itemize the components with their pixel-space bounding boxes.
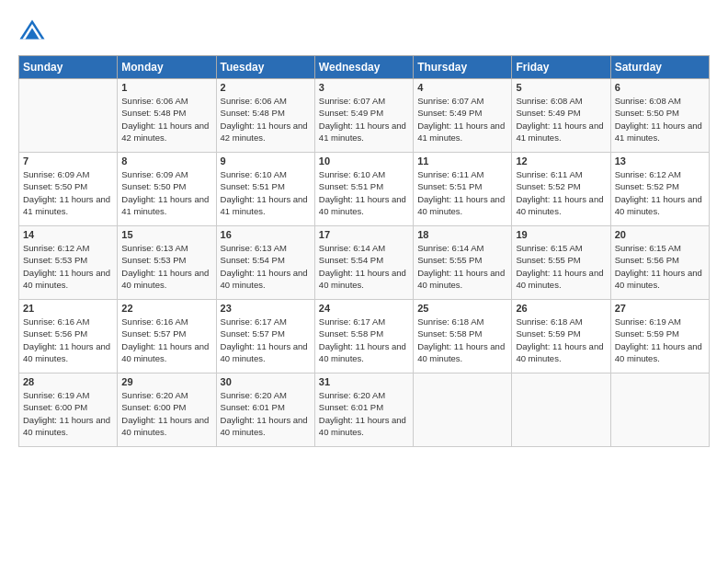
week-row: 21 Sunrise: 6:16 AMSunset: 5:56 PMDaylig… xyxy=(19,300,710,373)
day-info: Sunrise: 6:09 AMSunset: 5:50 PMDaylight:… xyxy=(23,168,113,217)
day-number: 24 xyxy=(319,303,409,314)
header-row: SundayMondayTuesdayWednesdayThursdayFrid… xyxy=(19,56,710,79)
day-info: Sunrise: 6:20 AMSunset: 6:00 PMDaylight:… xyxy=(121,389,211,438)
day-info: Sunrise: 6:17 AMSunset: 5:58 PMDaylight:… xyxy=(319,316,409,364)
day-info: Sunrise: 6:15 AMSunset: 5:55 PMDaylight:… xyxy=(516,242,606,291)
day-number: 1 xyxy=(121,82,211,93)
week-row: 1 Sunrise: 6:06 AMSunset: 5:48 PMDayligh… xyxy=(19,79,710,153)
day-cell: 18 Sunrise: 6:14 AMSunset: 5:55 PMDaylig… xyxy=(414,226,512,300)
week-row: 14 Sunrise: 6:12 AMSunset: 5:53 PMDaylig… xyxy=(19,226,710,300)
day-number: 12 xyxy=(516,155,606,167)
day-info: Sunrise: 6:06 AMSunset: 5:48 PMDaylight:… xyxy=(221,95,311,144)
day-number: 19 xyxy=(516,229,606,240)
day-number: 2 xyxy=(221,82,311,93)
day-cell: 29 Sunrise: 6:20 AMSunset: 6:00 PMDaylig… xyxy=(118,373,216,447)
day-info: Sunrise: 6:19 AMSunset: 5:59 PMDaylight:… xyxy=(615,316,705,364)
weekday-header: Thursday xyxy=(414,56,512,79)
day-cell: 17 Sunrise: 6:14 AMSunset: 5:54 PMDaylig… xyxy=(314,226,413,300)
day-cell: 19 Sunrise: 6:15 AMSunset: 5:55 PMDaylig… xyxy=(512,226,610,300)
day-number: 23 xyxy=(221,303,311,314)
day-cell: 30 Sunrise: 6:20 AMSunset: 6:01 PMDaylig… xyxy=(216,373,314,447)
day-info: Sunrise: 6:10 AMSunset: 5:51 PMDaylight:… xyxy=(221,168,311,217)
day-number: 10 xyxy=(319,155,409,167)
day-cell: 24 Sunrise: 6:17 AMSunset: 5:58 PMDaylig… xyxy=(314,300,413,373)
day-number: 9 xyxy=(221,155,311,167)
day-info: Sunrise: 6:08 AMSunset: 5:49 PMDaylight:… xyxy=(516,95,606,144)
day-cell: 20 Sunrise: 6:15 AMSunset: 5:56 PMDaylig… xyxy=(610,226,709,300)
day-number: 8 xyxy=(121,155,211,167)
day-info: Sunrise: 6:12 AMSunset: 5:53 PMDaylight:… xyxy=(23,242,113,291)
calendar-page: SundayMondayTuesdayWednesdayThursdayFrid… xyxy=(0,0,728,563)
day-cell: 26 Sunrise: 6:18 AMSunset: 5:59 PMDaylig… xyxy=(512,300,610,373)
day-number: 11 xyxy=(417,155,507,167)
day-number: 17 xyxy=(319,229,409,240)
weekday-header: Wednesday xyxy=(314,56,413,79)
day-cell: 4 Sunrise: 6:07 AMSunset: 5:49 PMDayligh… xyxy=(414,79,512,153)
day-cell: 23 Sunrise: 6:17 AMSunset: 5:57 PMDaylig… xyxy=(216,300,314,373)
day-number: 15 xyxy=(121,229,211,240)
day-info: Sunrise: 6:20 AMSunset: 6:01 PMDaylight:… xyxy=(221,389,311,438)
weekday-header: Tuesday xyxy=(216,56,314,79)
day-number: 29 xyxy=(121,376,211,387)
day-cell xyxy=(512,373,610,447)
day-cell: 9 Sunrise: 6:10 AMSunset: 5:51 PMDayligh… xyxy=(216,153,314,226)
day-cell: 3 Sunrise: 6:07 AMSunset: 5:49 PMDayligh… xyxy=(314,79,413,153)
day-cell: 14 Sunrise: 6:12 AMSunset: 5:53 PMDaylig… xyxy=(19,226,118,300)
day-cell: 1 Sunrise: 6:06 AMSunset: 5:48 PMDayligh… xyxy=(118,79,216,153)
day-cell: 11 Sunrise: 6:11 AMSunset: 5:51 PMDaylig… xyxy=(414,153,512,226)
day-cell: 27 Sunrise: 6:19 AMSunset: 5:59 PMDaylig… xyxy=(610,300,709,373)
day-number: 16 xyxy=(221,229,311,240)
day-number: 3 xyxy=(319,82,409,93)
day-cell: 16 Sunrise: 6:13 AMSunset: 5:54 PMDaylig… xyxy=(216,226,314,300)
weekday-header: Saturday xyxy=(610,56,709,79)
day-cell: 31 Sunrise: 6:20 AMSunset: 6:01 PMDaylig… xyxy=(314,373,413,447)
weekday-header: Friday xyxy=(512,56,610,79)
day-info: Sunrise: 6:14 AMSunset: 5:54 PMDaylight:… xyxy=(319,242,409,291)
day-info: Sunrise: 6:16 AMSunset: 5:57 PMDaylight:… xyxy=(121,316,211,364)
day-number: 28 xyxy=(23,376,113,387)
day-cell: 8 Sunrise: 6:09 AMSunset: 5:50 PMDayligh… xyxy=(118,153,216,226)
day-info: Sunrise: 6:09 AMSunset: 5:50 PMDaylight:… xyxy=(121,168,211,217)
day-info: Sunrise: 6:20 AMSunset: 6:01 PMDaylight:… xyxy=(319,389,409,438)
day-number: 4 xyxy=(417,82,507,93)
day-cell xyxy=(19,79,118,153)
day-cell: 7 Sunrise: 6:09 AMSunset: 5:50 PMDayligh… xyxy=(19,153,118,226)
day-number: 21 xyxy=(23,303,113,314)
day-cell: 5 Sunrise: 6:08 AMSunset: 5:49 PMDayligh… xyxy=(512,79,610,153)
week-row: 7 Sunrise: 6:09 AMSunset: 5:50 PMDayligh… xyxy=(19,153,710,226)
day-info: Sunrise: 6:06 AMSunset: 5:48 PMDaylight:… xyxy=(121,95,211,144)
day-info: Sunrise: 6:19 AMSunset: 6:00 PMDaylight:… xyxy=(23,389,113,438)
day-info: Sunrise: 6:11 AMSunset: 5:52 PMDaylight:… xyxy=(516,168,606,217)
day-info: Sunrise: 6:08 AMSunset: 5:50 PMDaylight:… xyxy=(615,95,705,144)
day-cell: 6 Sunrise: 6:08 AMSunset: 5:50 PMDayligh… xyxy=(610,79,709,153)
day-cell xyxy=(610,373,709,447)
day-cell xyxy=(414,373,512,447)
day-cell: 21 Sunrise: 6:16 AMSunset: 5:56 PMDaylig… xyxy=(19,300,118,373)
header xyxy=(18,18,710,46)
day-number: 7 xyxy=(23,155,113,167)
day-info: Sunrise: 6:11 AMSunset: 5:51 PMDaylight:… xyxy=(417,168,507,217)
day-number: 6 xyxy=(615,82,705,93)
logo-icon xyxy=(18,18,46,46)
week-row: 28 Sunrise: 6:19 AMSunset: 6:00 PMDaylig… xyxy=(19,373,710,447)
day-number: 27 xyxy=(615,303,705,314)
day-info: Sunrise: 6:12 AMSunset: 5:52 PMDaylight:… xyxy=(615,168,705,217)
weekday-header: Sunday xyxy=(19,56,118,79)
day-cell: 10 Sunrise: 6:10 AMSunset: 5:51 PMDaylig… xyxy=(314,153,413,226)
day-cell: 15 Sunrise: 6:13 AMSunset: 5:53 PMDaylig… xyxy=(118,226,216,300)
day-cell: 22 Sunrise: 6:16 AMSunset: 5:57 PMDaylig… xyxy=(118,300,216,373)
day-info: Sunrise: 6:13 AMSunset: 5:54 PMDaylight:… xyxy=(221,242,311,291)
day-info: Sunrise: 6:10 AMSunset: 5:51 PMDaylight:… xyxy=(319,168,409,217)
day-number: 22 xyxy=(121,303,211,314)
day-cell: 25 Sunrise: 6:18 AMSunset: 5:58 PMDaylig… xyxy=(414,300,512,373)
day-info: Sunrise: 6:18 AMSunset: 5:59 PMDaylight:… xyxy=(516,316,606,364)
day-info: Sunrise: 6:17 AMSunset: 5:57 PMDaylight:… xyxy=(221,316,311,364)
day-number: 14 xyxy=(23,229,113,240)
day-info: Sunrise: 6:18 AMSunset: 5:58 PMDaylight:… xyxy=(417,316,507,364)
day-number: 20 xyxy=(615,229,705,240)
day-number: 13 xyxy=(615,155,705,167)
day-number: 18 xyxy=(417,229,507,240)
day-info: Sunrise: 6:07 AMSunset: 5:49 PMDaylight:… xyxy=(319,95,409,144)
day-cell: 2 Sunrise: 6:06 AMSunset: 5:48 PMDayligh… xyxy=(216,79,314,153)
day-cell: 12 Sunrise: 6:11 AMSunset: 5:52 PMDaylig… xyxy=(512,153,610,226)
